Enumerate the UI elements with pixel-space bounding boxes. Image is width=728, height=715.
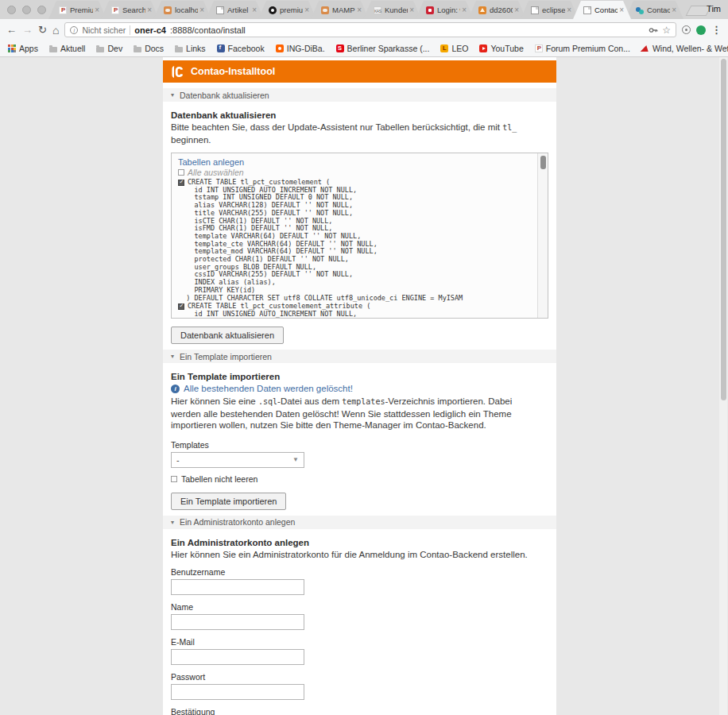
tab-mamp[interactable]: MAMP &×	[311, 1, 369, 19]
extension-icon[interactable]	[682, 25, 691, 34]
bookmark-label: Links	[186, 44, 206, 53]
tab-close-icon[interactable]: ×	[252, 6, 257, 14]
name-input[interactable]	[171, 614, 304, 630]
security-status[interactable]: Nicht sicher	[82, 25, 126, 35]
bookmark-sparkasse[interactable]: Berliner Sparkasse (...	[336, 44, 430, 53]
email-input[interactable]	[171, 649, 304, 665]
section-toggle-template[interactable]: ▾ Ein Template importieren	[163, 350, 556, 363]
import-template-button[interactable]: Ein Template importieren	[171, 493, 286, 510]
tab-close-icon[interactable]: ×	[672, 6, 676, 14]
tab-label: eclipse-	[542, 6, 565, 14]
bookmark-youtube[interactable]: YouTube	[479, 44, 523, 53]
admin-heading: Ein Administratorkonto anlegen	[171, 538, 540, 547]
back-icon[interactable]: ←	[6, 25, 17, 35]
username-input[interactable]	[171, 579, 304, 595]
tab-contao-community[interactable]: Contao C×	[625, 1, 683, 19]
tab-close-icon[interactable]: ×	[199, 6, 204, 14]
bookmark-star-icon[interactable]: ☆	[662, 25, 671, 36]
scrollbar-thumb[interactable]	[721, 59, 726, 400]
tab-label: Artikel »	[227, 6, 250, 14]
tab-close-icon[interactable]: ×	[462, 6, 467, 14]
field-label: Passwort	[171, 672, 540, 682]
select-all-checkbox[interactable]	[178, 169, 184, 176]
templates-label: Templates	[171, 440, 540, 450]
bookmark-apps[interactable]: Apps	[8, 44, 38, 53]
page-title: Contao-Installtool	[191, 66, 275, 77]
mamp-pro-icon	[478, 6, 486, 14]
url-path[interactable]: :8888/contao/install	[170, 25, 246, 35]
tab-close-icon[interactable]: ×	[409, 6, 414, 14]
note-text: Bitte beachten Sie, dass der Update-Assi…	[171, 122, 502, 132]
bookmark-label: Docs	[145, 44, 164, 53]
password-key-icon[interactable]	[649, 25, 658, 35]
sql-scrollbar[interactable]	[537, 153, 548, 318]
bookmark-facebook[interactable]: Facebook	[217, 44, 265, 53]
browser-tab-strip: Premium× Search F× localhos× Artikel »× …	[0, 0, 728, 19]
bookmark-ing[interactable]: ING-DiBa.	[276, 44, 325, 53]
bookmark-aktuell[interactable]: Aktuell	[49, 44, 86, 53]
tab-localhost[interactable]: localhos×	[153, 1, 211, 19]
page-info-icon[interactable]: i	[70, 26, 78, 34]
section-toggle-database[interactable]: ▾ Datenbank aktualisieren	[163, 88, 556, 102]
keep-tables-checkbox[interactable]	[171, 476, 177, 482]
address-bar[interactable]: i Nicht sicher oner-c4 :8888/contao/inst…	[64, 22, 676, 37]
tab-label: Contao C	[594, 6, 618, 14]
tab-login[interactable]: Login: w×	[416, 1, 474, 19]
divider	[130, 25, 130, 35]
window-minimize-icon[interactable]	[22, 6, 31, 14]
password-input[interactable]	[171, 684, 304, 700]
bookmark-docs[interactable]: Docs	[134, 44, 164, 53]
mamp-icon	[321, 6, 329, 14]
select-all-row[interactable]: Alle auswählen	[178, 168, 532, 177]
tab-list: Premium× Search F× localhos× Artikel »× …	[54, 0, 709, 19]
note-code: tl_	[502, 123, 517, 132]
bookmark-dev[interactable]: Dev	[96, 44, 122, 53]
tab-close-icon[interactable]: ×	[567, 6, 571, 14]
scrollbar-thumb[interactable]	[540, 156, 546, 169]
bookmark-links[interactable]: Links	[175, 44, 206, 53]
tab-premium[interactable]: Premium×	[48, 1, 106, 19]
bookmark-label: YouTube	[490, 44, 523, 53]
folder-icon	[96, 47, 104, 52]
statement-checkbox[interactable]	[178, 303, 184, 310]
tab-kunden[interactable]: Kundena×	[363, 1, 421, 19]
reload-icon[interactable]: ↻	[38, 25, 47, 35]
tab-close-icon[interactable]: ×	[95, 6, 99, 14]
home-icon[interactable]: ⌂	[52, 25, 59, 36]
bookmark-wind-weather[interactable]: Wind, Wellen- & Wet...	[641, 44, 728, 53]
tab-label: MAMP &	[332, 6, 355, 14]
sql-statement-box[interactable]: Tabellen anlegen Alle auswählen CREATE T…	[171, 153, 548, 319]
extension-green-icon[interactable]	[696, 25, 706, 35]
tab-close-icon[interactable]: ×	[304, 6, 309, 14]
tab-search[interactable]: Search F×	[101, 1, 159, 19]
tab-contao-active[interactable]: Contao C×	[573, 1, 631, 19]
section-toggle-label: Ein Template importieren	[180, 352, 272, 361]
url-host[interactable]: oner-c4	[134, 25, 166, 35]
tab-label: localhos	[175, 6, 198, 14]
profile-name[interactable]: Tim	[707, 4, 721, 14]
chrome-menu-icon[interactable]: ⋮	[711, 24, 722, 36]
update-database-button[interactable]: Datenbank aktualisieren	[171, 327, 284, 344]
tab-artikel[interactable]: Artikel »×	[206, 1, 264, 19]
tab-github[interactable]: premium×	[258, 1, 316, 19]
tab-close-icon[interactable]: ×	[514, 6, 519, 14]
select-arrow-icon: ▼	[292, 456, 299, 463]
window-close-icon[interactable]	[7, 6, 16, 14]
statement-checkbox[interactable]	[178, 180, 184, 186]
window-zoom-icon[interactable]	[37, 6, 46, 14]
forward-icon[interactable]: →	[22, 25, 33, 35]
tab-eclipse[interactable]: eclipse-×	[521, 1, 579, 19]
bookmark-leo[interactable]: LEO	[440, 44, 468, 53]
section-toggle-admin[interactable]: ▾ Ein Administratorkonto anlegen	[163, 516, 556, 529]
tab-close-icon[interactable]: ×	[619, 6, 624, 14]
tab-close-icon[interactable]: ×	[357, 6, 362, 14]
bookmark-label: Aktuell	[60, 44, 86, 53]
templates-select[interactable]: - ▼	[171, 452, 304, 468]
page-scrollbar[interactable]	[719, 57, 727, 715]
premium-forum-icon	[535, 44, 543, 52]
keep-tables-row[interactable]: Tabellen nicht leeren	[171, 474, 540, 484]
tab-close-icon[interactable]: ×	[147, 6, 152, 14]
bookmark-forum-premium[interactable]: Forum Premium Con...	[535, 44, 630, 53]
tab-dd2600[interactable]: dd2600.×	[468, 1, 526, 19]
window-controls[interactable]	[0, 0, 54, 19]
